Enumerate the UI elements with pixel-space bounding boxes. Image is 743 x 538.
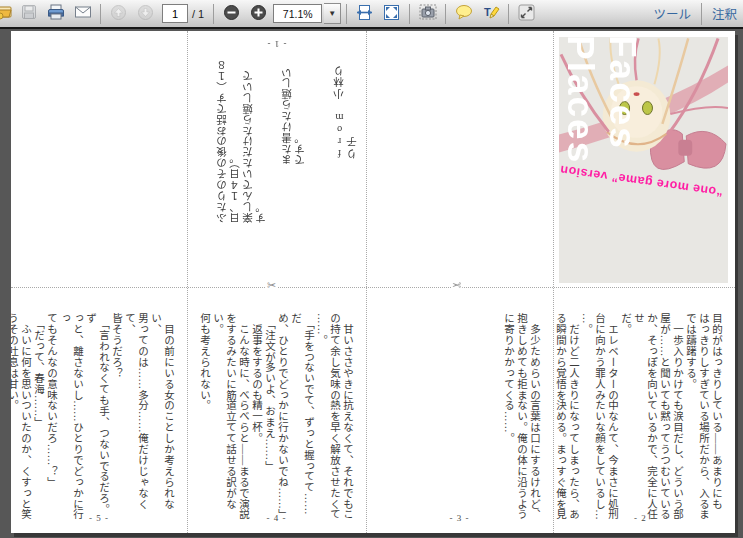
afterword-text: ふたりのその後のお話です（１８日、１４日）。 楽しんでいただけたら嬉しいです。 …: [203, 57, 366, 257]
page-number-footer: - 5 -: [11, 513, 187, 523]
booklet-page-5: 目の前にいる女のことしか考えられない、 男ってのは……多分……俺だけじゃなくて、…: [11, 287, 187, 533]
chevron-down-icon: ▼: [328, 9, 336, 18]
highlighter-icon: T: [482, 4, 500, 23]
comment-balloon-icon: [455, 4, 473, 23]
email-icon: [74, 5, 92, 22]
fit-page-button[interactable]: [379, 2, 404, 25]
toolbar-separator: [213, 4, 214, 24]
toolbar-separator: [409, 4, 410, 24]
add-comment-button[interactable]: [451, 2, 476, 25]
fit-page-icon: [383, 4, 400, 24]
annotations-menu[interactable]: 注釈: [712, 4, 737, 23]
story-text: 目の前にいる女のことしか考えられない、 男ってのは……多分……俺だけじゃなくて、…: [11, 313, 175, 521]
previous-page-button[interactable]: [106, 2, 131, 25]
page-total-label: / 1: [192, 8, 204, 20]
page-number-footer: - 3 -: [366, 513, 553, 523]
page-number-footer: - 1 -: [187, 39, 366, 49]
snapshot-button[interactable]: [415, 2, 440, 25]
toolbar: / 1 71.1% ▼: [0, 0, 743, 29]
story-text: 目的がはっきりしている――あまりにも はっきりしすぎている場所だから、入るま で…: [553, 313, 723, 521]
page-number-footer: - 2 -: [553, 513, 735, 523]
minus-icon: [223, 4, 240, 24]
booklet-page-1: ふたりのその後のお話です（１８日、１４日）。 楽しんでいただけたら嬉しいです。 …: [187, 31, 366, 287]
afterword-signature: from 小林りり子: [333, 57, 359, 257]
afterword-paragraph: ふたりのその後のお話です（１８日、１４日）。 楽しんでいただけたら嬉しいです。: [216, 57, 268, 257]
open-file-icon: [0, 4, 14, 23]
tools-menu[interactable]: ツール: [653, 4, 691, 23]
toolbar-right-panel: ツール 注釈: [653, 3, 739, 25]
zoom-out-button[interactable]: [219, 2, 244, 25]
plus-icon: [250, 4, 267, 24]
pdf-viewer-window: / 1 71.1% ▼: [0, 0, 743, 538]
zoom-dropdown-button[interactable]: ▼: [324, 3, 341, 24]
toolbar-separator: [508, 4, 509, 24]
rotated-content: Faces Places “one more game” version: [553, 31, 735, 287]
zoom-level-display[interactable]: 71.1%: [273, 4, 322, 23]
zoom-in-button[interactable]: [246, 2, 271, 25]
fullscreen-arrows-icon: [518, 4, 535, 24]
booklet-page-4: 甘いささやきに抗えなくて、それでもこ の持て余し気味の熱を早く解放させたくて ……: [187, 287, 366, 533]
fit-width-icon: [356, 4, 373, 24]
document-area[interactable]: ✂ ✂ ふたりのその後のお話です（１８日、１４日）。 楽しんでいただけたら嬉しい…: [0, 31, 743, 538]
print-button[interactable]: [43, 2, 68, 25]
booklet-cell-blank: [11, 31, 187, 287]
cover-image: Faces Places “one more game” version: [559, 37, 728, 283]
arrow-down-icon: [137, 4, 154, 24]
highlight-text-button[interactable]: T: [478, 2, 503, 25]
toolbar-separator: [346, 4, 347, 24]
next-page-button[interactable]: [133, 2, 158, 25]
toolbar-separator: [100, 4, 101, 24]
page-number-footer: - 4 -: [187, 513, 366, 523]
story-text: 多少ためらいの言葉は口にするけれど、 抱きしめても拒まない。俺の体に沿うよう に…: [502, 313, 541, 521]
booklet-page-2: 目的がはっきりしている――あまりにも はっきりしすぎている場所だから、入るま で…: [553, 287, 735, 533]
rotated-content: ふたりのその後のお話です（１８日、１４日）。 楽しんでいただけたら嬉しいです。 …: [187, 31, 366, 287]
save-icon: [21, 4, 37, 23]
camera-icon: [419, 4, 437, 23]
booklet-cell-blank: [366, 31, 553, 287]
open-file-button[interactable]: [0, 2, 14, 25]
pdf-page: ✂ ✂ ふたりのその後のお話です（１８日、１４日）。 楽しんでいただけたら嬉しい…: [11, 31, 735, 533]
cover-title: Faces Places: [559, 37, 643, 281]
print-icon: [47, 4, 65, 23]
afterword-paragraph: また書けたら嬉しいです。: [281, 57, 307, 257]
booklet-cover-cell: Faces Places “one more game” version: [553, 31, 735, 287]
toolbar-separator: [445, 4, 446, 24]
scrolling-mode-button[interactable]: [352, 2, 377, 25]
fullscreen-button[interactable]: [514, 2, 539, 25]
story-text: 甘いささやきに抗えなくて、それでもこ の持て余し気味の熱を早く解放させたくて ……: [198, 313, 354, 521]
email-button[interactable]: [70, 2, 95, 25]
page-number-input[interactable]: [162, 4, 188, 23]
arrow-up-icon: [110, 4, 127, 24]
save-button[interactable]: [16, 2, 41, 25]
booklet-page-3: 多少ためらいの言葉は口にするけれど、 抱きしめても拒まない。俺の体に沿うよう に…: [366, 287, 553, 533]
toolbar-separator: [701, 3, 702, 25]
